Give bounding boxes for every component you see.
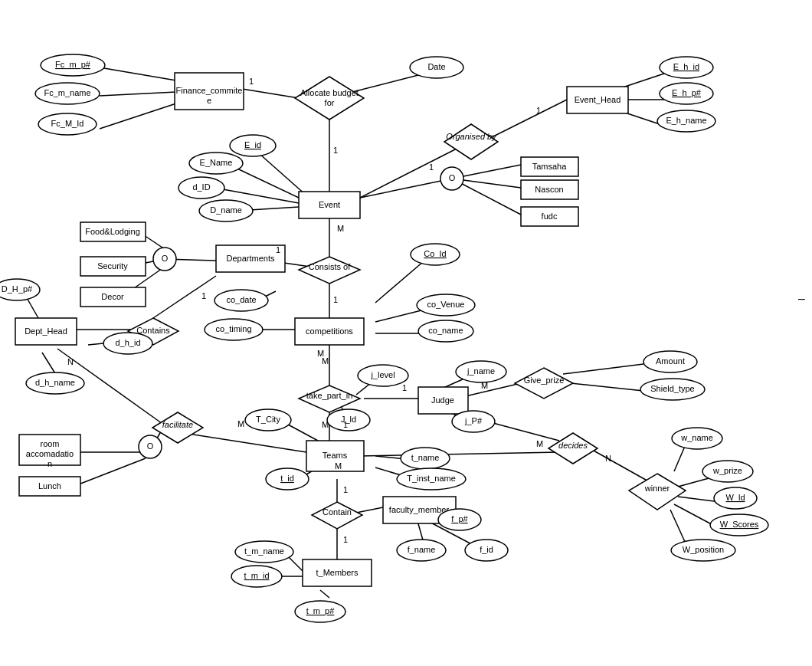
d-h-id-label: d_h_id <box>115 338 140 347</box>
t-name-label: t_name <box>411 453 440 462</box>
event-specialization-label: O <box>449 173 456 182</box>
fc-m-p-label: Fc_m_p# <box>55 60 91 69</box>
card-m1-teams: 1 <box>343 420 348 429</box>
svg-line-9 <box>620 73 666 88</box>
svg-text:N: N <box>605 454 611 463</box>
svg-text:1: 1 <box>343 535 348 544</box>
room-accommodation-label3: n <box>47 459 52 468</box>
organised-by-diamond <box>444 124 498 159</box>
fc-m-name-label: Fc_m_name <box>44 88 90 97</box>
facilitate-o-label: O <box>147 441 154 451</box>
svg-text:1: 1 <box>201 291 206 300</box>
e-h-p-label: E_h_p# <box>672 88 702 97</box>
svg-line-66 <box>563 364 643 374</box>
fc-m-id-label: Fc_M_Id <box>51 119 84 128</box>
departments-specialization-label: O <box>162 254 169 263</box>
winner-label: winner <box>644 484 670 493</box>
e-h-id-label: E_h_id <box>673 62 699 71</box>
co-timing-label: co_timing <box>215 324 251 333</box>
er-diagram-canvas: 1 1 1 1 M 1 ' <box>0 0 812 666</box>
card-m-teams: M <box>335 461 342 471</box>
finance-committee-label: Finance_commite <box>176 86 243 95</box>
w-prize-label: w_prize <box>712 466 742 475</box>
svg-text:1: 1 <box>536 106 541 115</box>
svg-line-14 <box>100 103 176 129</box>
e-name-label: E_Name <box>200 158 233 167</box>
competitions-label: competitions <box>306 326 353 336</box>
t-m-name-label: t_m_name <box>244 546 284 556</box>
decor-label: Decor <box>101 292 124 301</box>
e-id-label: E_id <box>244 140 261 149</box>
j-name-label: j_name <box>467 366 495 376</box>
facilitate-label: facilitate <box>162 420 193 429</box>
allocate-budget-label: Allocate budget <box>300 88 359 97</box>
svg-line-74 <box>674 445 686 471</box>
security-label: Security <box>97 261 128 271</box>
f-id-label: f_id <box>480 545 493 554</box>
svg-line-13 <box>100 92 176 96</box>
co-date-label: co_date <box>226 295 256 304</box>
t-m-p-label: t_m_p# <box>306 606 336 615</box>
svg-line-39 <box>153 276 216 318</box>
faculty-member-label: faculty_member <box>389 505 450 514</box>
svg-line-48 <box>184 433 306 452</box>
co-name-label: co_name <box>428 326 463 335</box>
svg-line-5 <box>490 100 567 138</box>
svg-text:M: M <box>536 439 543 448</box>
svg-text:M: M <box>337 224 344 233</box>
svg-line-51 <box>73 458 146 487</box>
card-m-competitions: M <box>317 349 324 358</box>
card-dept-consists: 1 <box>276 245 280 254</box>
organised-by-label: Organised by <box>446 132 497 141</box>
svg-line-70 <box>594 451 651 483</box>
d-h-p-label: D_H_p# <box>2 284 33 294</box>
t-city-label: T_City <box>256 415 280 424</box>
contain-label: Contain <box>323 507 352 517</box>
co-id-label: Co_Id <box>424 249 446 258</box>
take-part-in-label: take_part_in <box>306 391 353 400</box>
food-lodging-label: Food&Lodging <box>85 227 140 236</box>
lunch-label: Lunch <box>38 481 61 490</box>
d-h-name-label: d_h_name <box>35 378 75 387</box>
svg-line-67 <box>571 383 643 391</box>
event-head-label: Event_Head <box>575 95 621 104</box>
svg-text:N: N <box>67 357 74 366</box>
svg-line-72 <box>360 452 559 456</box>
decides-label: decides <box>558 441 588 450</box>
d-id-label: d_ID <box>192 182 210 192</box>
nascon-label: Nascon <box>535 185 563 194</box>
t-m-id-label: t_m_id <box>244 571 269 580</box>
d-name-label: D_name <box>210 205 242 215</box>
svg-text:1: 1 <box>402 383 407 392</box>
give-prize-label: Give_prize <box>524 376 565 385</box>
svg-text:1: 1 <box>249 77 254 86</box>
judge-label: Judge <box>431 395 454 405</box>
t-id-label: t_id <box>280 474 294 483</box>
consists-of-label: Consists of <box>309 262 351 271</box>
svg-line-4 <box>352 74 421 92</box>
teams-label: Teams <box>323 451 348 460</box>
room-accommodation-label: room <box>40 439 59 448</box>
svg-text:1: 1 <box>429 162 434 172</box>
allocate-budget-label2: for <box>325 98 335 107</box>
j-p-label: j_P# <box>464 416 483 425</box>
svg-text:1: 1 <box>333 146 338 155</box>
right-dash: – <box>798 292 805 305</box>
t-members-label: t_Members <box>316 568 359 577</box>
date-label: Date <box>427 62 445 71</box>
svg-line-12 <box>100 67 176 80</box>
event-label: Event <box>319 200 340 209</box>
svg-text:M: M <box>237 419 244 428</box>
contains-label: Contains <box>136 326 170 335</box>
departments-label: Departments <box>227 254 275 263</box>
f-p-label: f_p# <box>451 514 468 523</box>
w-scores-label: W_Scores <box>720 520 759 529</box>
svg-line-19 <box>360 179 452 198</box>
svg-text:1: 1 <box>333 295 338 304</box>
room-accommodation-label2: accomadatio <box>26 449 74 458</box>
w-position-label: W_position <box>683 545 724 554</box>
j-level-label: j_level <box>370 370 395 379</box>
amount-label: Amount <box>656 356 685 366</box>
svg-line-0 <box>237 88 299 98</box>
fudc-label: fudc <box>542 212 558 221</box>
